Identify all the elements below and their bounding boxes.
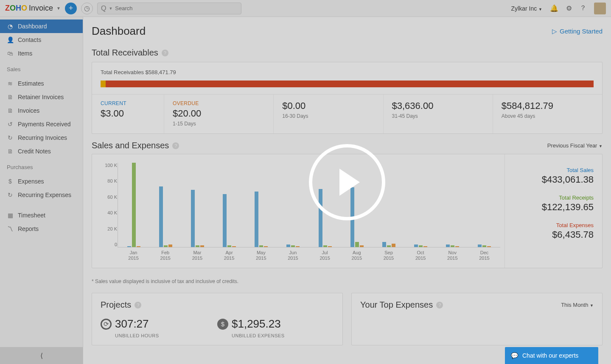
chart-month-dec (468, 163, 500, 247)
chart-bar (328, 246, 332, 247)
chart-month-jun (277, 163, 309, 247)
help-icon[interactable]: ? (135, 302, 141, 308)
brand-name: Invoice (29, 4, 53, 13)
sales-expenses-chart: 100 K80 K60 K40 K20 K0 Jan2015Feb2015Mar… (92, 154, 504, 268)
org-switcher[interactable]: Zylkar Inc ▼ (511, 5, 543, 12)
help-icon[interactable]: ? (162, 50, 168, 56)
search-bar[interactable]: Q ▼ (97, 3, 241, 14)
sidebar-item-estimates[interactable]: ≋Estimates (0, 77, 83, 90)
search-input[interactable] (115, 5, 238, 11)
chart-bar (482, 245, 486, 247)
sidebar-item-retainer-invoices[interactable]: 🗎Retainer Invoices (0, 90, 83, 104)
projects-title: Projects ? (101, 300, 141, 310)
sidebar-item-invoices[interactable]: 🗎Invoices (0, 104, 83, 117)
chart-bar (132, 163, 136, 247)
sidebar-item-label: Recurring Invoices (18, 134, 67, 141)
sidebar-item-label: Invoices (18, 107, 39, 114)
sidebar-item-label: Timesheet (18, 212, 45, 219)
gear-icon[interactable]: ⚙ (566, 4, 572, 12)
sidebar-item-label: Reports (18, 225, 39, 232)
sidebar-item-expenses[interactable]: $Expenses (0, 175, 83, 188)
chevron-down-icon: ▼ (56, 6, 61, 11)
sidebar-item-reports[interactable]: 〽Reports (0, 222, 83, 236)
chart-bar (286, 245, 290, 247)
sidebar-section-purchases: Purchases (0, 158, 83, 172)
bell-icon[interactable]: 🔔 (550, 4, 558, 12)
dollar-icon: $ (217, 319, 228, 330)
recent-activity-button[interactable]: ◷ (81, 3, 93, 14)
receivables-bar (101, 81, 594, 87)
projects-card: Projects ? ⟳307:27 UNBILLED HOURS $$1,29… (92, 293, 343, 345)
sidebar-item-label: Estimates (18, 80, 44, 87)
projects-unbilled-hours: ⟳307:27 UNBILLED HOURS (101, 317, 217, 338)
play-video-button[interactable] (309, 144, 385, 220)
chart-bar (200, 245, 204, 247)
brand-logo[interactable]: ZOHO Invoice ▼ (5, 4, 61, 13)
nav-icon: $ (7, 178, 14, 185)
chart-bar (360, 245, 364, 247)
chart-bar (191, 190, 195, 247)
sidebar-collapse-button[interactable]: ⟨ (0, 347, 83, 364)
chevron-down-icon: ▼ (590, 303, 594, 308)
sidebar-item-label: Expenses (18, 178, 44, 185)
chevron-down-icon: ▼ (109, 6, 112, 11)
chart-month-mar (182, 163, 213, 247)
chart-month-oct (405, 163, 437, 247)
sidebar-item-items[interactable]: 🛍Items (0, 47, 83, 60)
help-icon[interactable]: ? (172, 142, 179, 149)
chart-bar (296, 246, 300, 247)
help-icon[interactable]: ? (436, 302, 443, 308)
sidebar-item-recurring-invoices[interactable]: ↻Recurring Invoices (0, 131, 83, 144)
sidebar-item-label: Dashboard (18, 23, 47, 30)
avatar[interactable] (594, 3, 606, 14)
nav-icon: ↻ (7, 134, 14, 141)
chat-button[interactable]: 💬 Chat with our experts (505, 347, 598, 364)
sidebar-item-dashboard[interactable]: ◔Dashboard (0, 19, 83, 33)
sidebar-item-label: Contacts (18, 36, 41, 43)
chart-xlabel: Aug2015 (341, 250, 373, 261)
chart-bar (196, 245, 199, 247)
receivables-bucket-1: $0.00 16-30 Days (274, 94, 383, 133)
sales-expenses-range-dropdown[interactable]: Previous Fiscal Year ▼ (547, 142, 603, 149)
chart-bar (392, 244, 395, 247)
sidebar-item-payments-received[interactable]: ↺Payments Received (0, 117, 83, 131)
chart-bar (223, 194, 227, 247)
play-icon (339, 169, 360, 196)
chart-bar (323, 245, 327, 247)
chart-bar (159, 186, 163, 247)
help-icon[interactable]: ？ (580, 4, 586, 13)
chevron-left-icon: ⟨ (40, 352, 43, 360)
chart-bar (478, 245, 482, 247)
chat-icon: 💬 (511, 352, 518, 359)
top-expenses-range-dropdown[interactable]: This Month ▼ (561, 302, 594, 308)
sidebar-item-timesheet[interactable]: ▦Timesheet (0, 208, 83, 222)
sidebar-item-recurring-expenses[interactable]: ↻Recurring Expenses (0, 188, 83, 202)
getting-started-link[interactable]: ▷ Getting Started (552, 28, 603, 35)
chart-xlabel: Jul2015 (309, 250, 341, 261)
nav-icon: ◔ (7, 23, 14, 30)
chevron-down-icon: ▼ (599, 144, 603, 148)
sidebar-item-credit-notes[interactable]: 🗎Credit Notes (0, 144, 83, 158)
chart-xlabel: Mar2015 (181, 250, 213, 261)
top-expenses-card: Your Top Expenses ? This Month ▼ (351, 293, 603, 345)
topbar: ZOHO Invoice ▼ + ◷ Q ▼ Zylkar Inc ▼ 🔔 ⚙ … (0, 0, 611, 17)
chart-bar (227, 245, 231, 247)
sidebar: ◔Dashboard👤Contacts🛍Items Sales ≋Estimat… (0, 17, 83, 364)
chart-bar (451, 245, 454, 247)
chart-xlabel: Nov2015 (437, 250, 468, 261)
add-button[interactable]: + (65, 3, 77, 14)
play-circle-icon: ▷ (552, 28, 557, 35)
sidebar-item-contacts[interactable]: 👤Contacts (0, 33, 83, 47)
projects-unbilled-expenses: $$1,295.23 UNBILLED EXPENSES (217, 317, 334, 338)
chart-bar (255, 192, 258, 247)
nav-icon: 👤 (7, 36, 14, 43)
chart-bar (164, 245, 168, 247)
search-icon: Q (101, 5, 106, 12)
chart-xlabel: Dec2015 (468, 250, 500, 261)
chevron-down-icon: ▼ (538, 7, 542, 11)
receivables-title: Total Receivables ? (83, 48, 611, 62)
nav-icon: ↻ (7, 192, 14, 198)
chart-xlabel: Jan2015 (118, 250, 149, 261)
chart-month-apr (213, 163, 245, 247)
chart-bar (127, 246, 131, 247)
